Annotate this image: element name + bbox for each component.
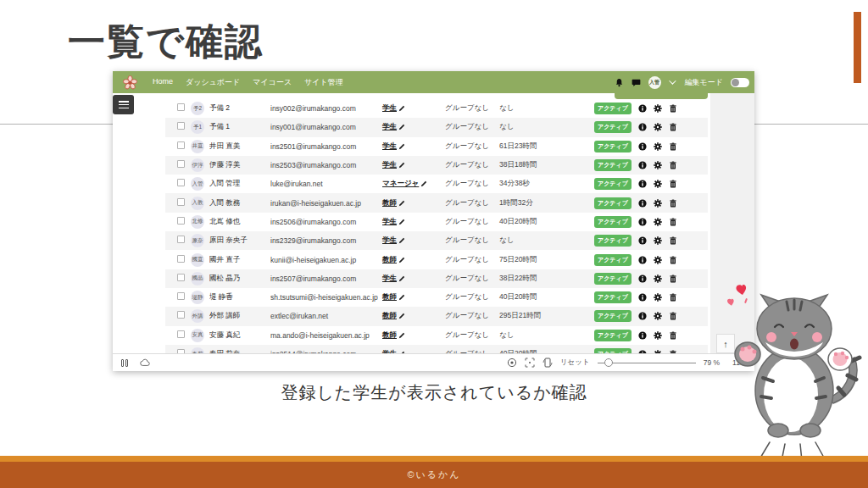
trash-icon[interactable] — [669, 331, 677, 340]
row-checkbox[interactable] — [175, 290, 191, 305]
gear-icon[interactable] — [654, 312, 662, 320]
info-icon[interactable] — [638, 180, 647, 188]
rotate-device-icon[interactable] — [542, 358, 553, 368]
info-icon[interactable] — [638, 104, 647, 113]
info-icon[interactable] — [638, 123, 647, 131]
info-icon[interactable] — [638, 161, 647, 169]
edit-pencil-icon[interactable] — [398, 332, 405, 339]
gear-icon[interactable] — [654, 123, 662, 131]
info-icon[interactable] — [638, 236, 647, 245]
user-role[interactable]: 学生 — [382, 103, 445, 114]
chevron-down-icon[interactable] — [669, 77, 676, 84]
nav-dashboard[interactable]: ダッシュボード — [186, 77, 240, 88]
user-avatar[interactable]: 入管 — [648, 76, 661, 89]
table-row: 井直 井田 直美 ins2501@irumakango.com 学生 グループな… — [165, 137, 708, 156]
row-checkbox[interactable] — [175, 233, 191, 248]
gear-icon[interactable] — [654, 180, 662, 188]
user-role[interactable]: 学生 — [382, 141, 445, 152]
row-checkbox[interactable] — [175, 328, 191, 343]
target-icon[interactable] — [507, 358, 517, 368]
info-icon[interactable] — [638, 293, 647, 302]
user-role[interactable]: 教師 — [382, 311, 445, 321]
gear-icon[interactable] — [654, 293, 662, 302]
gear-icon[interactable] — [654, 142, 662, 151]
info-icon[interactable] — [638, 142, 647, 151]
trash-icon[interactable] — [669, 293, 677, 302]
info-icon[interactable] — [638, 256, 647, 264]
nav-siteadmin[interactable]: サイト管理 — [304, 77, 343, 88]
row-checkbox[interactable] — [175, 196, 191, 211]
trash-icon[interactable] — [669, 274, 677, 283]
fit-screen-icon[interactable] — [525, 358, 535, 368]
reset-button[interactable]: リセット — [560, 358, 590, 368]
cloud-icon[interactable] — [140, 358, 150, 368]
edit-pencil-icon[interactable] — [398, 219, 405, 225]
trash-icon[interactable] — [669, 161, 677, 169]
row-checkbox[interactable] — [175, 308, 191, 324]
edit-pencil-icon[interactable] — [398, 124, 405, 130]
notification-bell-icon[interactable] — [615, 78, 624, 87]
edit-pencil-icon[interactable] — [420, 180, 427, 187]
edit-pencil-icon[interactable] — [398, 257, 405, 263]
row-checkbox[interactable] — [175, 119, 191, 135]
info-icon[interactable] — [638, 199, 647, 208]
info-icon[interactable] — [638, 331, 647, 340]
edit-mode-toggle[interactable] — [731, 78, 749, 87]
row-checkbox[interactable] — [175, 214, 191, 230]
pause-icon[interactable] — [121, 359, 128, 367]
row-checkbox[interactable] — [175, 139, 191, 154]
info-icon[interactable] — [638, 312, 647, 320]
trash-icon[interactable] — [669, 236, 677, 245]
row-checkbox[interactable] — [175, 101, 191, 116]
user-role[interactable]: 学生 — [382, 122, 445, 132]
row-checkbox[interactable] — [175, 252, 191, 268]
trash-icon[interactable] — [669, 104, 677, 113]
user-role[interactable]: 学生 — [382, 236, 445, 246]
info-icon[interactable] — [638, 218, 647, 226]
user-role[interactable]: 学生 — [382, 160, 445, 170]
user-role[interactable]: 学生 — [382, 274, 445, 284]
slider-knob[interactable] — [604, 358, 613, 367]
row-checkbox[interactable] — [175, 176, 191, 191]
info-icon[interactable] — [638, 274, 647, 283]
trash-icon[interactable] — [669, 180, 677, 188]
edit-pencil-icon[interactable] — [398, 200, 405, 207]
edit-pencil-icon[interactable] — [398, 105, 405, 112]
user-role[interactable]: 教師 — [382, 255, 445, 265]
nav-home[interactable]: Home — [153, 77, 173, 88]
edit-pencil-icon[interactable] — [398, 294, 405, 301]
user-name: 安藤 真紀 — [209, 330, 270, 341]
messages-icon[interactable] — [632, 78, 641, 87]
user-role[interactable]: マネージャ — [382, 179, 445, 189]
gear-icon[interactable] — [654, 161, 662, 169]
gear-icon[interactable] — [654, 274, 662, 283]
zoom-percent: 79 % — [704, 358, 720, 367]
trash-icon[interactable] — [669, 312, 677, 320]
zoom-slider[interactable] — [598, 358, 696, 367]
nav-mycourses[interactable]: マイコース — [253, 77, 292, 88]
edit-pencil-icon[interactable] — [398, 237, 405, 244]
user-groups: グループなし — [445, 122, 499, 132]
drawer-toggle-button[interactable] — [113, 95, 134, 114]
trash-icon[interactable] — [669, 123, 677, 131]
user-role[interactable]: 学生 — [382, 217, 445, 227]
gear-icon[interactable] — [654, 236, 662, 245]
gear-icon[interactable] — [654, 331, 662, 340]
trash-icon[interactable] — [669, 199, 677, 208]
gear-icon[interactable] — [654, 199, 662, 208]
user-role[interactable]: 教師 — [382, 330, 445, 341]
edit-pencil-icon[interactable] — [398, 275, 405, 282]
edit-pencil-icon[interactable] — [398, 143, 405, 150]
trash-icon[interactable] — [669, 256, 677, 264]
user-role[interactable]: 教師 — [382, 198, 445, 208]
gear-icon[interactable] — [654, 256, 662, 264]
row-checkbox[interactable] — [175, 158, 191, 173]
row-checkbox[interactable] — [175, 271, 191, 286]
edit-pencil-icon[interactable] — [398, 313, 405, 319]
edit-pencil-icon[interactable] — [398, 162, 405, 169]
gear-icon[interactable] — [654, 218, 662, 226]
user-role[interactable]: 教師 — [382, 292, 445, 302]
gear-icon[interactable] — [654, 104, 662, 113]
trash-icon[interactable] — [669, 218, 677, 226]
trash-icon[interactable] — [669, 142, 677, 151]
